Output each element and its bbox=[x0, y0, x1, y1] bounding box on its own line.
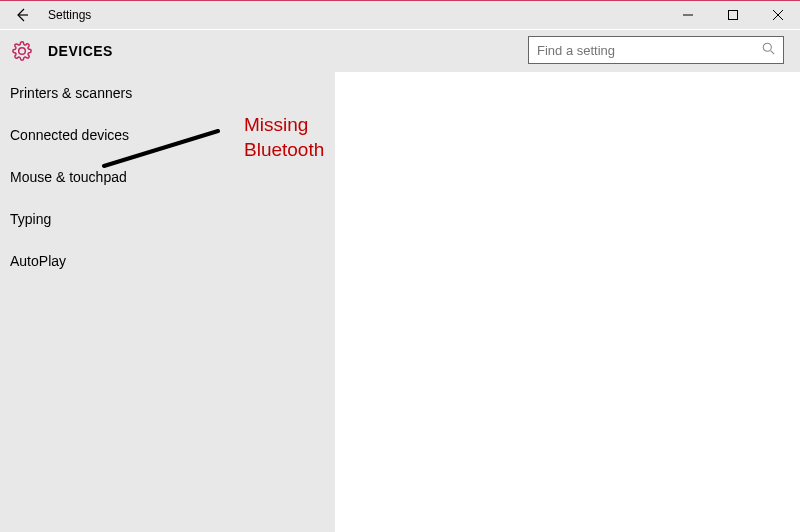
sidebar-item-autoplay[interactable]: AutoPlay bbox=[0, 240, 335, 282]
sidebar: Printers & scanners Connected devices Mo… bbox=[0, 72, 335, 532]
maximize-icon bbox=[728, 10, 738, 20]
content-area bbox=[335, 72, 800, 532]
close-icon bbox=[773, 10, 783, 20]
svg-rect-0 bbox=[728, 11, 737, 20]
page-header: DEVICES bbox=[0, 30, 800, 72]
sidebar-item-mouse-touchpad[interactable]: Mouse & touchpad bbox=[0, 156, 335, 198]
titlebar: Settings bbox=[0, 1, 800, 29]
minimize-icon bbox=[683, 10, 693, 20]
sidebar-item-label: AutoPlay bbox=[10, 253, 66, 269]
back-arrow-icon bbox=[14, 7, 30, 23]
search-box[interactable] bbox=[528, 36, 784, 64]
maximize-button[interactable] bbox=[710, 1, 755, 29]
gear-icon bbox=[12, 41, 32, 61]
sidebar-item-label: Printers & scanners bbox=[10, 85, 132, 101]
gear-icon-container bbox=[0, 41, 44, 61]
search-icon bbox=[762, 42, 775, 58]
svg-point-1 bbox=[763, 43, 771, 51]
window-controls bbox=[665, 1, 800, 29]
sidebar-item-label: Typing bbox=[10, 211, 51, 227]
window-title: Settings bbox=[48, 8, 91, 22]
sidebar-item-typing[interactable]: Typing bbox=[0, 198, 335, 240]
sidebar-item-label: Mouse & touchpad bbox=[10, 169, 127, 185]
sidebar-item-label: Connected devices bbox=[10, 127, 129, 143]
sidebar-item-printers-scanners[interactable]: Printers & scanners bbox=[0, 72, 335, 114]
search-input[interactable] bbox=[537, 43, 762, 58]
page-title: DEVICES bbox=[48, 43, 113, 59]
back-button[interactable] bbox=[0, 1, 44, 29]
close-button[interactable] bbox=[755, 1, 800, 29]
sidebar-item-connected-devices[interactable]: Connected devices bbox=[0, 114, 335, 156]
minimize-button[interactable] bbox=[665, 1, 710, 29]
